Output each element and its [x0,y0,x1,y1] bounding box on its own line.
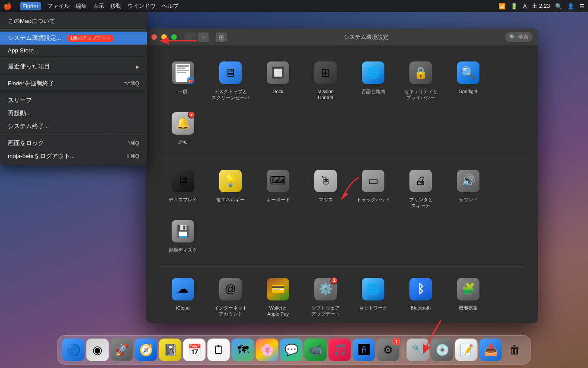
icon-item-sharing[interactable]: 📁 共有 [159,321,207,323]
icon-item-internet[interactable]: @ インターネットアカウント [207,271,254,322]
icon-img-extensions: 🧩 [455,276,481,302]
menu-restart[interactable]: 再起動... [0,107,147,120]
icon-label-startup: 起動ディスク [169,247,197,253]
icon-img-mission: ⊞ [313,60,339,86]
menubar-user-icon[interactable]: 👤 [567,3,574,10]
back-button[interactable]: ‹ [185,32,196,42]
menubar-search-icon[interactable]: 🔍 [555,3,562,10]
icon-item-energy[interactable]: 💡 省エネルギー [207,163,254,213]
menu-force-quit[interactable]: Finderを強制終了 ⌥⌘Q [0,77,147,90]
icon-item-keyboard[interactable]: ⌨ キーボード [254,163,302,213]
apple-menu-button[interactable]: 🍎 [3,2,12,10]
menubar-move[interactable]: 移動 [110,2,121,10]
menubar-window[interactable]: ウインドウ [128,2,156,10]
icon-img-software: ⚙️ 1 [313,276,339,302]
menubar: 🍎 Finder ファイル 編集 表示 移動 ウインドウ ヘルプ 📶 🔋 A 土… [0,0,588,12]
dock-item-launchpad[interactable]: 🚀 [111,339,133,361]
menu-separator-4 [0,92,147,92]
icon-label-sound: サウンド [459,197,478,203]
icon-item-printer[interactable]: 🖨 プリンタとスキャナ [397,163,444,213]
icon-label-bluetooth: Bluetooth [411,305,431,311]
icon-img-notif: 🔔 ● [170,110,196,136]
menubar-help[interactable]: ヘルプ [162,2,179,10]
icon-item-general[interactable]: 🍎 一般 [159,55,207,105]
menu-separator-5 [0,135,147,135]
dock-item-calendar[interactable]: 📅 [183,339,206,361]
forward-button[interactable]: › [198,32,209,42]
icon-item-notif[interactable]: 🔔 ● 通知 [159,105,207,149]
window-titlebar: ‹ › ⊞ システム環境設定 🔍 検索 [146,29,538,46]
dock-item-music[interactable]: 🎵 [329,339,351,361]
menu-lock[interactable]: 画面をロック ^⌘Q [0,137,147,150]
window-title: システム環境設定 [231,33,501,41]
dock-item-diskutil[interactable]: 💿 [431,339,454,361]
icon-item-security[interactable]: 🔒 セキュリティとプライバシー [397,55,444,105]
dock-item-sysinfo[interactable]: 🔧 [407,339,429,361]
icon-item-extensions[interactable]: 🧩 機能拡張 [444,271,492,322]
icon-item-language[interactable]: 🌐 言語と地域 [349,55,397,105]
icon-item-icloud[interactable]: ☁ iCloud [159,271,207,322]
icon-img-desktop: 🖥 [217,60,243,86]
icon-item-wallet[interactable]: 💳 WalletとApple Pay [254,271,302,322]
menubar-edit[interactable]: 編集 [76,2,87,10]
icon-item-spotlight[interactable]: 🔍 Spotlight [444,55,492,105]
grid-view-button[interactable]: ⊞ [216,32,227,42]
menu-shutdown[interactable]: システム終了... [0,120,147,133]
dock-item-photos[interactable]: 🌸 [256,339,278,361]
menubar-control-center[interactable]: ☰ [579,3,585,10]
icon-img-general: 🍎 [170,60,196,86]
syspref-badge: 1個のアップデート [67,35,114,42]
menubar-file[interactable]: ファイル [47,2,70,10]
dock-item-textedit[interactable]: 📝 [455,339,478,361]
menu-about[interactable]: このMacについて [0,15,147,28]
maximize-button[interactable] [171,34,177,40]
menu-syspref[interactable]: システム環境設定... 1個のアップデート [0,32,147,45]
dock-item-facetime[interactable]: 📹 [304,339,327,361]
icon-item-dock[interactable]: 🔲 Dock [254,55,302,105]
icon-img-security: 🔒 [408,60,434,86]
dock-separator [403,341,403,358]
dock-badge-syspref: 1 [393,338,400,345]
icon-label-internet: インターネットアカウント [214,305,247,317]
menu-logout[interactable]: moja-betaをログアウト... ⇧⌘Q [0,150,147,163]
dock-item-notes2[interactable]: 🗒 [208,339,230,361]
icon-item-startup[interactable]: 💾 起動ディスク [159,213,207,257]
minimize-button[interactable] [161,34,167,40]
search-field[interactable]: 🔍 検索 [505,32,533,42]
icon-grid: 🍎 一般 🖥 デスクトップとスクリーンセーバ 🔲 Dock ⊞ MissionC… [146,46,538,323]
icon-item-software[interactable]: ⚙️ 1 ソフトウェアアップデート [302,271,349,322]
menu-appstore[interactable]: App Store... [0,45,147,56]
icon-item-mouse[interactable]: 🖱 マウス [302,163,349,213]
dock-item-siri[interactable]: ◉ [86,339,109,361]
icon-item-display[interactable]: 🖥 ディスプレイ [159,163,207,213]
icon-img-mouse: 🖱 [313,168,339,194]
dock-item-trash[interactable]: 🗑 [504,339,526,361]
menu-separator-2 [0,58,147,58]
dock-item-finder[interactable]: 🔵 [62,339,85,361]
lock-shortcut: ^⌘Q [128,140,139,146]
icon-img-energy: 💡 [217,168,243,194]
icon-item-bluetooth[interactable]: ᛒ Bluetooth [397,271,444,322]
dock-item-syspref[interactable]: ⚙1 [377,339,399,361]
force-quit-shortcut: ⌥⌘Q [124,81,139,87]
dock-item-maps[interactable]: 🗺 [232,339,254,361]
icon-item-desktop[interactable]: 🖥 デスクトップとスクリーンセーバ [207,55,254,105]
icon-label-desktop: デスクトップとスクリーンセーバ [211,88,249,101]
icon-item-network[interactable]: 🌐 ネットワーク [349,271,397,322]
dock-item-notes[interactable]: 📓 [159,339,182,361]
icon-item-trackpad[interactable]: ▭ トラックパッド [349,163,397,213]
icon-item-sound[interactable]: 🔊 サウンド [444,163,492,213]
menu-recent[interactable]: 最近使った項目 ▶ [0,60,147,73]
icon-item-mission[interactable]: ⊞ MissionControl [302,55,349,105]
menubar-view[interactable]: 表示 [93,2,104,10]
menu-sleep[interactable]: スリープ [0,94,147,107]
menubar-wifi-icon[interactable]: 📶 [499,3,505,10]
dock-item-appstore[interactable]: 🅰 [353,339,375,361]
dock-item-messages[interactable]: 💬 [280,339,303,361]
logout-shortcut: ⇧⌘Q [126,153,139,159]
dock-item-downloads[interactable]: 📥 [479,339,502,361]
menubar-finder[interactable]: Finder [20,2,41,10]
dock-item-safari[interactable]: 🧭 [135,339,157,361]
close-button[interactable] [151,34,157,40]
menu-separator-1 [0,29,147,30]
